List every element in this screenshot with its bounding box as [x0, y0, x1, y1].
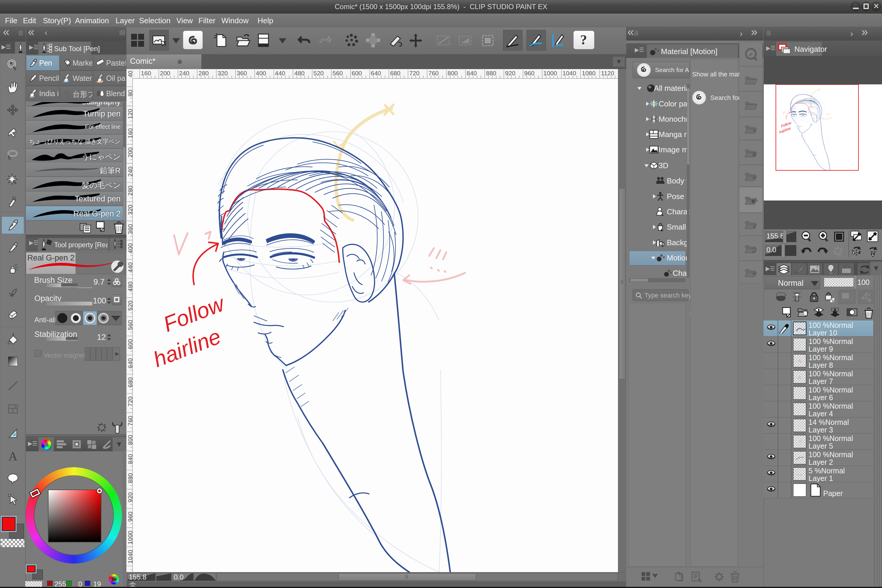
svg-text:?: ? — [580, 33, 587, 47]
svg-text:A: A — [9, 450, 18, 462]
